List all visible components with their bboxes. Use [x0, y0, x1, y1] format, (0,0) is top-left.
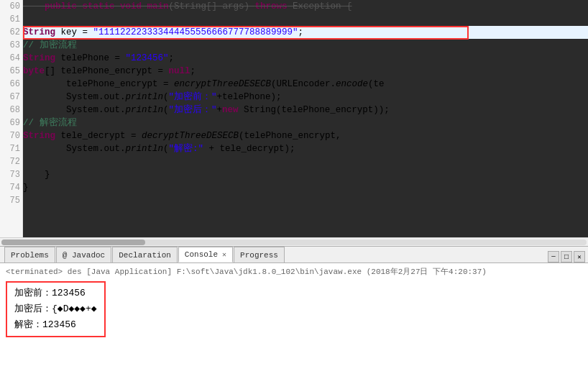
line-number-70: 70 [10, 129, 20, 142]
console-output-line: 加密前：123456 [14, 286, 97, 301]
maximize-panel-button[interactable]: □ [561, 251, 572, 262]
code-line-68: System.out.println("加密后："+new String(tel… [23, 104, 588, 117]
console-output-line: 解密：123456 [14, 317, 97, 333]
code-line-63: // 加密流程 [23, 39, 588, 52]
code-line-73: } [23, 168, 588, 181]
line-numbers: 60616263646566676869707172737475 [0, 0, 23, 237]
code-line-70: String tele_decrypt = decryptThreeDESECB… [23, 129, 588, 142]
line-number-65: 65 [10, 65, 20, 78]
code-line-75 [23, 194, 588, 207]
code-line-64: String telePhone = "123456"; [23, 52, 588, 65]
tab-progress[interactable]: Progress [234, 247, 285, 262]
code-line-60: public static void main(String[] args) t… [23, 0, 588, 13]
line-number-75: 75 [10, 194, 20, 207]
code-line-65: byte[] telePhone_encrypt = null; [23, 65, 588, 78]
line-number-69: 69 [10, 117, 20, 129]
line-number-72: 72 [10, 155, 20, 168]
line-number-63: 63 [10, 39, 20, 52]
close-panel-button[interactable]: ✕ [574, 251, 585, 262]
line-number-67: 67 [10, 91, 20, 104]
tab-label: Problems [11, 251, 49, 260]
code-scrollbar[interactable] [0, 237, 588, 246]
panel-controls: —□✕ [548, 251, 588, 262]
code-line-74: } [23, 181, 588, 194]
code-line-67: System.out.println("加密前："+telePhone); [23, 91, 588, 104]
console-output-box: 加密前：123456加密后：{◆D◆◆◆+◆解密：123456 [6, 281, 106, 337]
tab-label: @ Javadoc [63, 251, 105, 260]
editor-wrapper: 60616263646566676869707172737475 public … [0, 0, 588, 237]
bottom-container: <terminated> des [Java Application] F:\s… [0, 263, 588, 379]
console-status: <terminated> des [Java Application] F:\s… [6, 266, 582, 277]
code-line-69: // 解密流程 [23, 117, 588, 129]
line-number-68: 68 [10, 104, 20, 117]
tab-label: Console [185, 250, 218, 259]
code-line-71: System.out.println("解密:" + tele_decrypt)… [23, 142, 588, 155]
console-area: <terminated> des [Java Application] F:\s… [0, 263, 588, 340]
code-line-72 [23, 155, 588, 168]
scrollbar-thumb[interactable] [1, 239, 145, 245]
line-number-62: 62 [10, 26, 20, 39]
tab-label: Declaration [119, 251, 171, 260]
code-line-66: telePhone_encrypt = encryptThreeDESECB(U… [23, 78, 588, 91]
line-number-74: 74 [10, 181, 20, 194]
minimize-panel-button[interactable]: — [548, 251, 559, 262]
console-output-line: 加密后：{◆D◆◆◆+◆ [14, 301, 97, 317]
scrollbar-track[interactable] [1, 239, 587, 245]
tab-console[interactable]: Console✕ [178, 247, 233, 262]
line-number-73: 73 [10, 168, 20, 181]
code-line-61 [23, 13, 588, 26]
tab---javadoc[interactable]: @ Javadoc [56, 247, 111, 262]
tab-declaration[interactable]: Declaration [112, 247, 178, 262]
line-number-66: 66 [10, 78, 20, 91]
code-line-62: String key = "11112222333344445555666677… [23, 26, 588, 39]
bottom-tabs: Problems@ JavadocDeclarationConsole✕Prog… [0, 246, 588, 263]
code-region: public static void main(String[] args) t… [23, 0, 588, 237]
tab-problems[interactable]: Problems [4, 247, 55, 262]
line-number-71: 71 [10, 142, 20, 155]
tab-close-icon[interactable]: ✕ [222, 250, 226, 259]
line-number-61: 61 [10, 13, 20, 26]
line-number-60: 60 [10, 0, 20, 13]
tab-label: Progress [240, 251, 278, 260]
line-number-64: 64 [10, 52, 20, 65]
